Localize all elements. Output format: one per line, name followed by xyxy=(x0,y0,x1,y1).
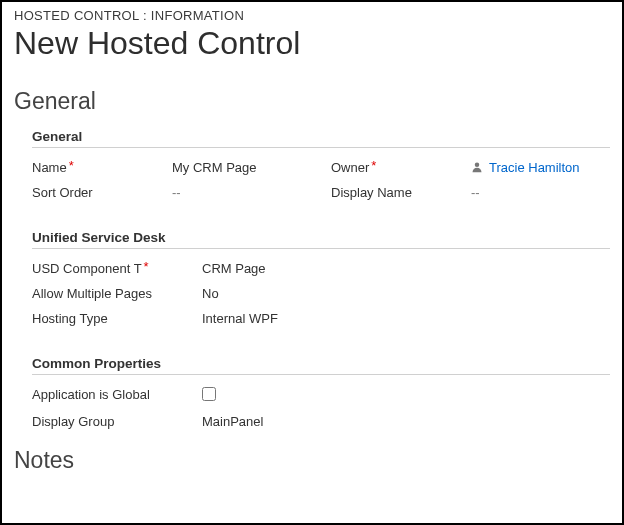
breadcrumb: HOSTED CONTROL : INFORMATION xyxy=(14,8,610,23)
label-sort-order: Sort Order xyxy=(32,185,172,200)
field-allow-multi[interactable]: No xyxy=(202,286,219,301)
field-component-type[interactable]: CRM Page xyxy=(202,261,266,276)
tab-general[interactable]: General xyxy=(14,88,610,115)
section-header-general: General xyxy=(32,129,610,148)
label-app-global: Application is Global xyxy=(32,387,202,404)
tab-notes[interactable]: Notes xyxy=(14,447,610,474)
field-name[interactable]: My CRM Page xyxy=(172,160,257,175)
checkbox-app-global[interactable] xyxy=(202,387,216,401)
person-icon xyxy=(471,161,483,173)
label-allow-multi: Allow Multiple Pages xyxy=(32,286,202,301)
page-title: New Hosted Control xyxy=(14,25,610,62)
svg-point-0 xyxy=(475,163,480,168)
label-owner: Owner xyxy=(331,160,471,175)
section-common: Common Properties Application is Global … xyxy=(32,356,610,429)
field-display-name[interactable]: -- xyxy=(471,185,480,200)
section-usd: Unified Service Desk USD Component T CRM… xyxy=(32,230,610,326)
section-general: General Name My CRM Page Owner Tracie Ha… xyxy=(32,129,610,200)
label-component-type: USD Component T xyxy=(32,261,172,276)
section-header-common: Common Properties xyxy=(32,356,610,375)
section-header-usd: Unified Service Desk xyxy=(32,230,610,249)
field-owner[interactable]: Tracie Hamilton xyxy=(471,160,580,175)
label-name: Name xyxy=(32,160,172,175)
field-display-group[interactable]: MainPanel xyxy=(202,414,263,429)
label-display-name: Display Name xyxy=(331,185,471,200)
label-display-group: Display Group xyxy=(32,414,202,429)
field-sort-order[interactable]: -- xyxy=(172,185,181,200)
label-hosting-type: Hosting Type xyxy=(32,311,202,326)
owner-link[interactable]: Tracie Hamilton xyxy=(489,160,580,175)
field-hosting-type[interactable]: Internal WPF xyxy=(202,311,278,326)
